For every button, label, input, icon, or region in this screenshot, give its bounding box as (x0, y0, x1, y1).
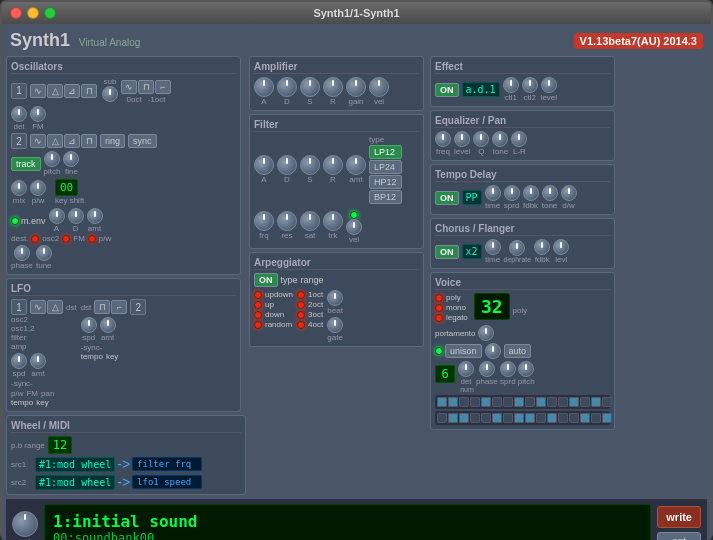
osc2-num[interactable]: 2 (11, 133, 27, 149)
phase-knob[interactable] (14, 245, 30, 261)
osc1-wave-sq2[interactable]: ⊓ (138, 80, 154, 94)
td-time-knob[interactable] (485, 185, 501, 201)
voice-sprd-knob[interactable] (500, 361, 516, 377)
step-12[interactable] (558, 397, 568, 407)
step-29[interactable] (569, 413, 579, 423)
amp-vel-knob[interactable] (369, 77, 389, 97)
mix-knob[interactable] (11, 180, 27, 196)
td-dw-knob[interactable] (561, 185, 577, 201)
osc1-wave-sine[interactable]: ∿ (30, 84, 46, 98)
step-14[interactable] (580, 397, 590, 407)
amp-s-knob[interactable] (300, 77, 320, 97)
eq-level-knob[interactable] (454, 131, 470, 147)
ring-btn[interactable]: ring (100, 134, 125, 148)
lfo2-amt-knob[interactable] (100, 317, 116, 333)
menv-amt-knob[interactable] (87, 208, 103, 224)
td-sprd-knob[interactable] (504, 185, 520, 201)
step-5[interactable] (481, 397, 491, 407)
osc2-wave-tri[interactable]: △ (47, 134, 63, 148)
pw-knob[interactable] (30, 180, 46, 196)
filter-trk-knob[interactable] (323, 211, 343, 231)
step-8[interactable] (514, 397, 524, 407)
step-2[interactable] (448, 397, 458, 407)
osc2-wave-saw[interactable]: ⊿ (64, 134, 80, 148)
step-15[interactable] (591, 397, 601, 407)
lfo1-wave-sine[interactable]: ∿ (30, 300, 46, 314)
step-1[interactable] (437, 397, 447, 407)
step-28[interactable] (558, 413, 568, 423)
filter-r-knob[interactable] (323, 155, 343, 175)
ch-fdbk-knob[interactable] (534, 239, 550, 255)
step-18[interactable] (448, 413, 458, 423)
lfo2-wave-sh[interactable]: ⌐ (111, 300, 127, 314)
ch-levl-knob[interactable] (553, 239, 569, 255)
step-11[interactable] (547, 397, 557, 407)
sub-knob[interactable] (102, 86, 118, 102)
step-25[interactable] (525, 413, 535, 423)
sync-btn[interactable]: sync (128, 134, 157, 148)
eq-q-knob[interactable] (473, 131, 489, 147)
fm-knob[interactable] (30, 106, 46, 122)
chorus-on-btn[interactable]: ON (435, 245, 459, 259)
step-30[interactable] (580, 413, 590, 423)
vol-knob[interactable] (12, 511, 38, 537)
arp-beat-knob[interactable] (327, 290, 343, 306)
amp-a-knob[interactable] (254, 77, 274, 97)
osc1-wave-step[interactable]: ⌐ (155, 80, 171, 94)
step-6[interactable] (492, 397, 502, 407)
step-3[interactable] (459, 397, 469, 407)
filter-sat-knob[interactable] (300, 211, 320, 231)
osc1-wave-tri[interactable]: △ (47, 84, 63, 98)
lfo2-wave-sq[interactable]: ⊓ (94, 300, 110, 314)
filter-lp24[interactable]: LP24 (369, 160, 402, 174)
voice-pitch-knob[interactable] (518, 361, 534, 377)
close-button[interactable] (10, 7, 22, 19)
det-knob[interactable] (11, 106, 27, 122)
tempo-delay-on-btn[interactable]: ON (435, 191, 459, 205)
step-31[interactable] (591, 413, 601, 423)
td-fdbk-knob[interactable] (523, 185, 539, 201)
step-13[interactable] (569, 397, 579, 407)
portamento-knob[interactable] (478, 325, 494, 341)
step-20[interactable] (470, 413, 480, 423)
effect-level-knob[interactable] (541, 77, 557, 93)
filter-vel-knob[interactable] (346, 219, 362, 235)
step-17[interactable] (437, 413, 447, 423)
filter-lp12[interactable]: LP12 (369, 145, 402, 159)
filter-frq-knob[interactable] (254, 211, 274, 231)
osc1-wave-saw[interactable]: ⊿ (64, 84, 80, 98)
eq-freq-knob[interactable] (435, 131, 451, 147)
osc1-num[interactable]: 1 (11, 83, 27, 99)
effect-on-btn[interactable]: ON (435, 83, 459, 97)
step-23[interactable] (503, 413, 513, 423)
lfo1-spd-knob[interactable] (11, 353, 27, 369)
auto-btn[interactable]: auto (504, 344, 532, 358)
step-16[interactable] (602, 397, 612, 407)
unison-btn[interactable]: unison (445, 344, 482, 358)
tune-knob[interactable] (36, 245, 52, 261)
eq-tone-knob[interactable] (492, 131, 508, 147)
osc1-wave-sine2[interactable]: ∿ (121, 80, 137, 94)
td-tone-knob[interactable] (542, 185, 558, 201)
pitch-knob[interactable] (44, 151, 60, 167)
step-7[interactable] (503, 397, 513, 407)
eq-lr-knob[interactable] (511, 131, 527, 147)
unison-knob[interactable] (485, 343, 501, 359)
ch-time-knob[interactable] (485, 239, 501, 255)
lfo2-spd-knob[interactable] (81, 317, 97, 333)
effect-ctl2-knob[interactable] (522, 77, 538, 93)
voice-phase-knob[interactable] (479, 361, 495, 377)
minimize-button[interactable] (27, 7, 39, 19)
osc1-wave-square[interactable]: ⊓ (81, 84, 97, 98)
filter-hp12[interactable]: HP12 (369, 175, 402, 189)
step-19[interactable] (459, 413, 469, 423)
filter-s-knob[interactable] (300, 155, 320, 175)
maximize-button[interactable] (44, 7, 56, 19)
write-button[interactable]: write (657, 506, 701, 528)
step-32[interactable] (602, 413, 612, 423)
voice-det-knob[interactable] (458, 361, 474, 377)
step-27[interactable] (547, 413, 557, 423)
lfo1-amt-knob[interactable] (30, 353, 46, 369)
step-4[interactable] (470, 397, 480, 407)
effect-ctl1-knob[interactable] (503, 77, 519, 93)
